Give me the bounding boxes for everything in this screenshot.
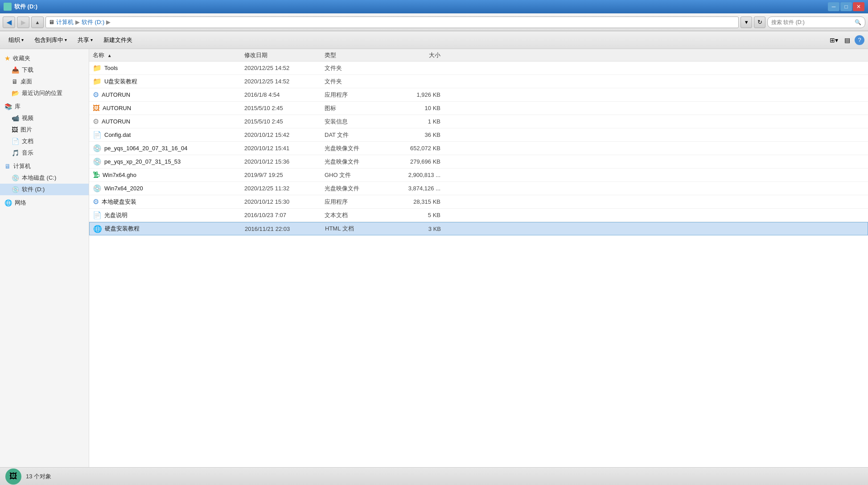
file-date: 2015/5/10 2:45 [244, 105, 325, 111]
col-header-name[interactable]: 名称 ▲ [93, 51, 244, 59]
network-label: 网络 [15, 199, 26, 207]
dropdown-button[interactable]: ▾ [740, 16, 752, 28]
organize-arrow: ▾ [21, 37, 24, 42]
file-icon: ⚙ [93, 117, 99, 126]
file-name: U盘安装教程 [104, 78, 243, 86]
table-row[interactable]: 📄 Config.dat 2020/10/12 15:42 DAT 文件 36 … [89, 128, 868, 142]
search-input[interactable] [771, 19, 855, 25]
file-icon: 💿 [93, 144, 102, 152]
sidebar-item-drive-c[interactable]: 💿 本地磁盘 (C:) [0, 172, 89, 184]
file-icon: 💿 [93, 157, 102, 166]
forward-button[interactable]: ▶ [17, 16, 29, 28]
sidebar-item-pictures[interactable]: 🖼 图片 [0, 124, 89, 136]
window-icon [4, 3, 12, 11]
sidebar-header-favorites[interactable]: ★ 收藏夹 [0, 53, 89, 64]
share-label: 共享 [78, 36, 89, 44]
organize-label: 组织 [8, 36, 20, 44]
sort-arrow: ▲ [107, 53, 112, 58]
organize-button[interactable]: 组织 ▾ [4, 34, 29, 46]
col-header-size[interactable]: 大小 [387, 51, 440, 59]
table-row[interactable]: 📄 光盘说明 2016/10/23 7:07 文本文档 5 KB [89, 209, 868, 222]
file-date: 2016/10/23 7:07 [244, 212, 325, 218]
include-library-button[interactable]: 包含到库中 ▾ [29, 34, 72, 46]
file-icon: 🌐 [93, 225, 102, 233]
drive-d-label: 软件 (D:) [22, 185, 45, 193]
file-date: 2020/10/12 15:30 [244, 198, 325, 205]
videos-icon: 📹 [12, 115, 19, 122]
share-arrow: ▾ [91, 37, 93, 42]
sidebar-item-recent[interactable]: 📂 最近访问的位置 [0, 87, 89, 99]
breadcrumb-drive[interactable]: 软件 (D:) [82, 18, 104, 26]
sidebar-header-computer[interactable]: 🖥 计算机 [0, 160, 89, 172]
file-date: 2020/12/25 14:52 [244, 78, 325, 85]
maximize-button[interactable]: □ [840, 2, 852, 11]
file-icon: 📄 [93, 131, 102, 139]
col-header-date[interactable]: 修改日期 [244, 51, 325, 59]
sidebar-item-music[interactable]: 🎵 音乐 [0, 147, 89, 159]
sidebar-header-network[interactable]: 🌐 网络 [0, 197, 89, 209]
table-row[interactable]: 💿 pe_yqs_1064_20_07_31_16_04 2020/10/12 … [89, 142, 868, 155]
breadcrumb-computer[interactable]: 计算机 [56, 18, 74, 26]
up-button[interactable]: ▲ [31, 16, 44, 28]
sidebar-section-favorites: ★ 收藏夹 📥 下载 🖥 桌面 📂 最近访问的位置 [0, 53, 89, 99]
file-size: 3 KB [387, 226, 441, 232]
file-icon: 📁 [93, 77, 102, 86]
table-row[interactable]: ⚙ AUTORUN 2016/1/8 4:54 应用程序 1,926 KB [89, 88, 868, 102]
file-type: DAT 文件 [325, 131, 387, 139]
back-button[interactable]: ◀ [3, 16, 15, 28]
file-size: 28,315 KB [387, 198, 440, 205]
table-row[interactable]: 🖼 AUTORUN 2015/5/10 2:45 图标 10 KB [89, 102, 868, 115]
view-options-button[interactable]: ⊞▾ [828, 35, 839, 45]
help-button[interactable]: ? [855, 35, 864, 45]
toolbar-right: ⊞▾ ▤ ? [828, 35, 864, 45]
table-row[interactable]: 💿 pe_yqs_xp_20_07_31_15_53 2020/10/12 15… [89, 155, 868, 169]
sidebar-item-desktop[interactable]: 🖥 桌面 [0, 76, 89, 87]
file-date: 2020/12/25 14:52 [244, 65, 325, 71]
file-size: 1 KB [387, 118, 440, 125]
file-type: GHO 文件 [325, 171, 387, 179]
refresh-button[interactable]: ↻ [754, 16, 765, 28]
sidebar-item-videos[interactable]: 📹 视频 [0, 112, 89, 124]
minimize-button[interactable]: ─ [828, 2, 839, 11]
file-name: pe_yqs_xp_20_07_31_15_53 [104, 158, 243, 165]
downloads-icon: 📥 [12, 66, 19, 74]
sidebar-section-library: 📚 库 📹 视频 🖼 图片 📄 文档 🎵 音乐 [0, 101, 89, 159]
file-icon: 🖼 [93, 104, 100, 112]
table-row[interactable]: 🗜 Win7x64.gho 2019/9/7 19:25 GHO 文件 2,90… [89, 169, 868, 182]
file-type: 图标 [325, 104, 387, 112]
table-row[interactable]: 🌐 硬盘安装教程 2016/11/21 22:03 HTML 文档 3 KB [89, 222, 868, 235]
breadcrumb-sep2: ▶ [106, 19, 111, 25]
file-date: 2019/9/7 19:25 [244, 172, 325, 178]
search-bar[interactable]: 🔍 [767, 16, 865, 28]
details-pane-button[interactable]: ▤ [841, 35, 853, 45]
share-button[interactable]: 共享 ▾ [73, 34, 98, 46]
file-name: 本地硬盘安装 [102, 198, 240, 206]
col-header-type[interactable]: 类型 [325, 51, 387, 59]
file-icon: 📁 [93, 64, 102, 72]
file-size: 10 KB [387, 105, 440, 111]
new-folder-button[interactable]: 新建文件夹 [99, 34, 137, 46]
table-row[interactable]: ⚙ AUTORUN 2015/5/10 2:45 安装信息 1 KB [89, 115, 868, 128]
computer-icon: 🖥 [4, 163, 11, 170]
desktop-icon: 🖥 [12, 78, 18, 85]
close-button[interactable]: ✕ [853, 2, 864, 11]
table-row[interactable]: 📁 U盘安装教程 2020/12/25 14:52 文件夹 [89, 75, 868, 88]
sidebar-item-drive-d[interactable]: 💿 软件 (D:) [0, 184, 89, 195]
title-bar: 软件 (D:) ─ □ ✕ [0, 0, 868, 13]
file-type: HTML 文档 [325, 225, 387, 233]
file-date: 2015/5/10 2:45 [244, 118, 325, 125]
file-name: Tools [104, 65, 243, 71]
file-size: 3,874,126 ... [387, 185, 440, 192]
file-icon: ⚙ [93, 197, 99, 206]
breadcrumb-sep1: ▶ [75, 19, 80, 25]
sidebar-item-downloads[interactable]: 📥 下载 [0, 64, 89, 76]
file-type: 光盘映像文件 [325, 185, 387, 193]
sidebar: ★ 收藏夹 📥 下载 🖥 桌面 📂 最近访问的位置 📚 库 [0, 49, 89, 467]
sidebar-item-documents[interactable]: 📄 文档 [0, 136, 89, 147]
sidebar-header-library[interactable]: 📚 库 [0, 101, 89, 112]
table-row[interactable]: 💿 Win7x64_2020 2020/12/25 11:32 光盘映像文件 3… [89, 182, 868, 195]
title-bar-left: 软件 (D:) [4, 3, 37, 11]
table-row[interactable]: ⚙ 本地硬盘安装 2020/10/12 15:30 应用程序 28,315 KB [89, 195, 868, 209]
desktop-label: 桌面 [21, 78, 32, 86]
table-row[interactable]: 📁 Tools 2020/12/25 14:52 文件夹 [89, 62, 868, 75]
